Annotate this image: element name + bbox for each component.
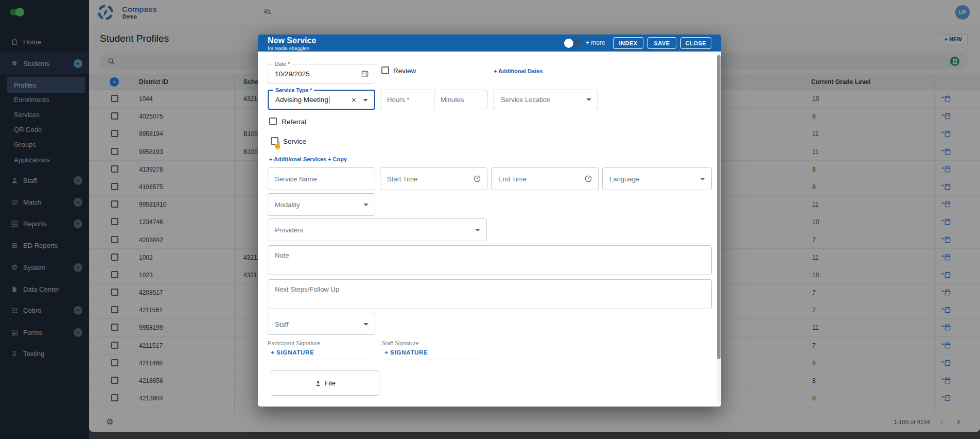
note-textarea[interactable]: Note [268,245,712,275]
staff-signature-label: Staff Signature [381,340,419,346]
service-checkbox-label: Service [283,138,306,145]
participant-signature-button[interactable]: + SIGNATURE [271,349,314,356]
service-type-field[interactable]: Service Type * Advising Meeting ✕ [268,90,375,110]
modal-subtitle: for Nadia Abegglen [268,45,309,51]
service-name-field[interactable]: Service Name [268,167,375,190]
date-value: 10/29/2025 [275,70,310,78]
hand-cursor-icon: ☝ [273,141,283,150]
index-button[interactable]: INDEX [613,37,643,49]
modal-header: New Service for Nadia Abegglen + more IN… [258,35,721,52]
modal-scrollbar[interactable] [717,53,721,403]
modal-title: New Service [268,36,316,45]
staff-signature-button[interactable]: + SIGNATURE [384,349,428,356]
participant-signature-label: Participant Signature [268,340,320,346]
service-type-value: Advising Meeting [275,96,328,104]
more-toggle[interactable] [566,40,581,46]
signature-line [267,360,375,360]
more-toggle-knob [564,39,573,48]
referral-checkbox[interactable] [269,117,277,125]
app-screen: Home Students Profiles Enrollments Servi… [0,0,980,439]
signature-line [380,360,487,360]
review-checkbox[interactable] [381,66,389,74]
next-steps-textarea[interactable]: Next Steps/Follow Up [268,279,712,309]
referral-label: Referral [282,118,306,126]
service-location-select[interactable]: Service Location [494,90,598,109]
dropdown-caret-icon [363,204,369,206]
dropdown-caret-icon [586,98,591,101]
modal-scrollbar-thumb[interactable] [717,55,721,359]
date-field[interactable]: Date * 10/29/2025 [268,64,375,83]
staff-select[interactable]: Staff [268,313,375,335]
text-cursor [329,96,330,104]
save-button[interactable]: SAVE [647,37,676,49]
dropdown-caret-icon [700,178,705,180]
clear-icon[interactable]: ✕ [351,96,357,104]
modality-select[interactable]: Modality [268,193,375,216]
clock-icon[interactable] [473,175,481,183]
new-service-modal: New Service for Nadia Abegglen + more IN… [258,35,721,407]
file-upload[interactable]: File [271,370,379,396]
hours-input[interactable]: Hours * [387,96,409,104]
file-upload-label: File [325,379,336,387]
language-select[interactable]: Language [602,167,712,190]
dropdown-caret-icon [475,229,480,231]
duration-field: Hours * Minutes [380,90,487,109]
copy-link[interactable]: + Copy [328,156,347,162]
calendar-icon[interactable] [361,70,369,78]
providers-select[interactable]: Providers [268,218,487,241]
dropdown-caret-icon [363,323,369,326]
additional-dates-link[interactable]: + Additional Dates [494,68,543,74]
end-time-field[interactable]: End Time [491,167,599,190]
review-label: Review [393,67,416,75]
dropdown-caret-icon[interactable] [363,99,368,102]
close-button[interactable]: CLOSE [680,37,711,49]
start-time-field[interactable]: Start Time [380,167,487,190]
clock-icon[interactable] [584,175,592,183]
upload-icon [314,380,322,387]
more-label[interactable]: + more [586,39,605,46]
additional-services-link[interactable]: + Additional Services [269,156,326,162]
minutes-input[interactable]: Minutes [441,96,464,104]
field-divider [434,90,434,109]
